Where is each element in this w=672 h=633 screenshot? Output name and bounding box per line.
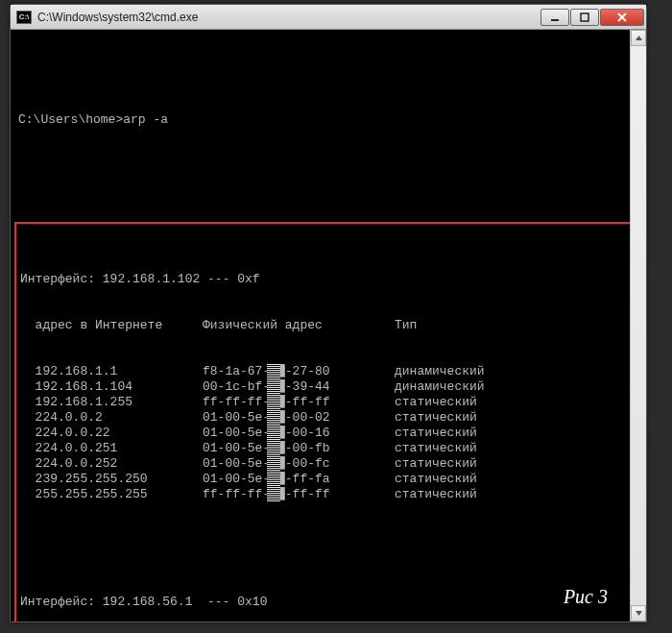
arp-ip: 255.255.255.255 [20,487,203,502]
arp-mac: f8-1a-67-██-27-80 [203,364,395,379]
col-type-header: Тип [395,318,417,333]
arp-row: 224.0.0.201-00-5e-██-00-02статический [20,410,629,426]
arp-ip: 224.0.0.22 [20,426,203,441]
cmd-window: C:\ C:\Windows\system32\cmd.exe C:\Users… [10,4,647,622]
scroll-down-button[interactable] [631,605,646,621]
arp-mac: 01-00-5e-██-ff-fa [203,472,395,487]
col-mac-header: Физический адрес [203,318,395,333]
maximize-button[interactable] [570,9,599,26]
arp-type: статический [395,441,477,456]
arp-type: статический [395,472,477,487]
scroll-up-button[interactable] [631,30,646,46]
arp-row: 255.255.255.255ff-ff-ff-██-ff-ffстатичес… [20,487,629,502]
scrollbar[interactable] [630,30,646,621]
col-ip-header: адрес в Интернете [20,318,203,333]
interface-header: Интерфейс: 192.168.1.102 --- 0xf [20,272,629,287]
arp-ip: 224.0.0.252 [20,456,203,472]
arp-ip: 192.168.1.1 [20,364,203,379]
svg-rect-0 [551,19,559,21]
arp-type: динамический [395,364,485,379]
figure-caption: Рис 3 [564,586,608,608]
arp-row: 224.0.0.25201-00-5e-██-00-fcстатический [20,456,629,472]
arp-row: 192.168.1.1f8-1a-67-██-27-80динамический [20,364,629,379]
arp-ip: 224.0.0.2 [20,410,203,426]
arp-mac: 00-1c-bf-██-39-44 [203,379,395,395]
arp-row: 224.0.0.25101-00-5e-██-00-fbстатический [20,441,629,456]
minimize-button[interactable] [540,9,569,26]
arp-ip: 192.168.1.255 [20,395,203,410]
arp-mac: 01-00-5e-██-00-fb [203,441,395,456]
close-button[interactable] [600,9,644,26]
arp-ip: 224.0.0.251 [20,441,203,456]
redacted-smudge [267,364,280,379]
redacted-smudge [267,426,280,441]
redacted-smudge [267,395,280,410]
arp-mac: 01-00-5e-██-00-fc [203,456,395,472]
highlight-box: Интерфейс: 192.168.1.102 --- 0xf адрес в… [14,222,635,621]
interface-header: Интерфейс: 192.168.56.1 --- 0x10 [20,595,629,610]
window-title: C:\Windows\system32\cmd.exe [37,11,540,24]
arp-ip: 192.168.1.104 [20,379,203,395]
arp-mac: ff-ff-ff-██-ff-ff [203,487,395,502]
table-header: адрес в Интернете Физический адрес Тип [20,318,629,333]
cmd-icon: C:\ [16,11,32,24]
arp-mac: ff-ff-ff-██-ff-ff [203,395,395,410]
arp-type: статический [395,410,477,426]
svg-rect-1 [581,13,588,21]
redacted-smudge [267,456,280,472]
arp-row: 192.168.1.10400-1c-bf-██-39-44динамическ… [20,379,629,395]
arp-type: статический [395,456,477,472]
terminal-output[interactable]: C:\Users\home>arp -a Интерфейс: 192.168.… [11,30,646,621]
redacted-smudge [267,410,280,426]
arp-type: статический [395,487,477,502]
arp-mac: 01-00-5e-██-00-16 [203,426,395,441]
prompt-line: C:\Users\home>arp -a [18,112,646,128]
arp-row: 224.0.0.2201-00-5e-██-00-16статический [20,426,629,441]
arp-row: 192.168.1.255ff-ff-ff-██-ff-ffстатически… [20,395,629,410]
arp-type: динамический [395,379,485,395]
arp-type: статический [395,395,477,410]
redacted-smudge [267,472,280,487]
redacted-smudge [267,441,280,456]
arp-ip: 239.255.255.250 [20,472,203,487]
arp-row: 239.255.255.25001-00-5e-██-ff-faстатичес… [20,472,629,487]
arp-type: статический [395,426,477,441]
redacted-smudge [267,379,280,395]
redacted-smudge [267,487,280,502]
titlebar[interactable]: C:\ C:\Windows\system32\cmd.exe [11,5,646,30]
arp-mac: 01-00-5e-██-00-02 [203,410,395,426]
